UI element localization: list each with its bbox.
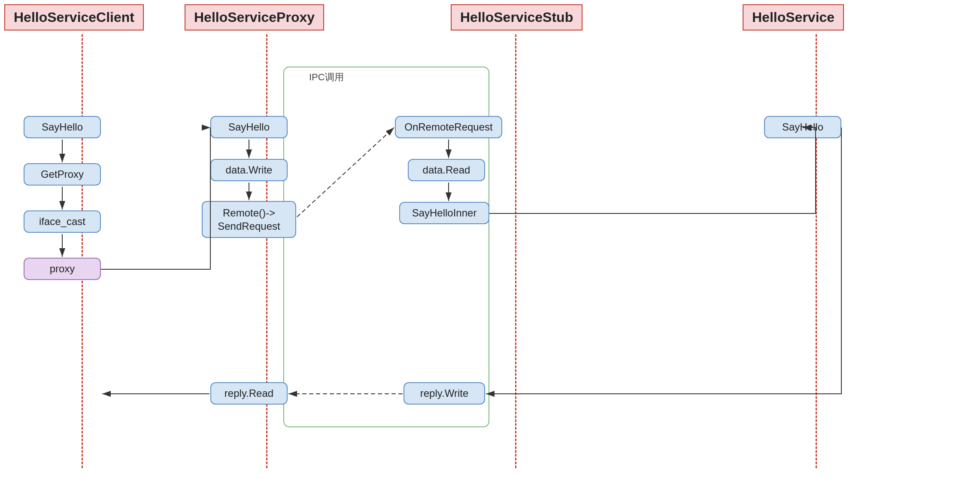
node-service-sayhello: SayHello — [764, 116, 841, 138]
diagram-container: HelloServiceClient HelloServiceProxy Hel… — [0, 0, 980, 478]
node-proxy-sendrequest: Remote()->SendRequest — [202, 201, 296, 238]
node-proxy-replyread: reply.Read — [210, 382, 288, 405]
node-stub-sayhelloinner: SayHelloInner — [399, 202, 489, 224]
lifeline-stub — [515, 34, 516, 468]
lifeline-client — [82, 34, 83, 468]
node-proxy-datawrite: data.Write — [210, 159, 288, 181]
arrows-svg: OnRemoteRequest --> reply.Read --> — [0, 0, 980, 478]
actor-stub: HelloServiceStub — [451, 4, 583, 30]
node-client-proxy: proxy — [24, 258, 101, 280]
actor-client: HelloServiceClient — [4, 4, 144, 30]
node-client-ifacecast: iface_cast — [24, 210, 101, 233]
node-stub-onremoterequest: OnRemoteRequest — [395, 116, 502, 138]
node-proxy-sayhello: SayHello — [210, 116, 288, 138]
node-stub-dataread: data.Read — [408, 159, 485, 181]
ipc-label: IPC调用 — [309, 71, 344, 84]
actor-proxy: HelloServiceProxy — [185, 4, 324, 30]
lifeline-service — [816, 34, 817, 468]
node-client-getproxy: GetProxy — [24, 163, 101, 186]
node-client-sayhello: SayHello — [24, 116, 101, 138]
actor-service: HelloService — [743, 4, 844, 30]
node-stub-replywrite: reply.Write — [404, 382, 485, 405]
